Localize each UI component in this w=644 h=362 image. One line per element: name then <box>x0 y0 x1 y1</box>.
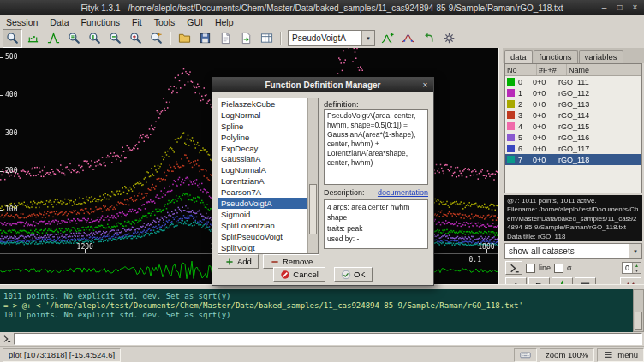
status-zoom[interactable]: zoom 100% <box>540 348 594 362</box>
export-data-button[interactable] <box>236 29 256 48</box>
datasets-filter-value: show all datasets <box>509 246 629 256</box>
column-header-funcs[interactable]: #F+# <box>537 64 567 75</box>
console-scrollbar[interactable] <box>633 289 644 332</box>
menu-data[interactable]: Data <box>44 17 75 27</box>
prompt-icon <box>2 334 12 344</box>
menu-functions[interactable]: Functions <box>75 17 127 27</box>
function-item[interactable]: Polyline <box>218 132 308 143</box>
zoom-all-button[interactable] <box>64 29 84 48</box>
fit-button[interactable] <box>398 29 418 48</box>
dataset-row[interactable]: 30+0rGO_114 <box>505 110 641 121</box>
function-item[interactable]: PielaszekCube <box>218 98 308 110</box>
dataset-name: rGO_118 <box>558 156 641 164</box>
data-range-icon <box>27 32 39 45</box>
menu-help[interactable]: Help <box>209 17 240 27</box>
zoom-previous-button[interactable] <box>146 29 166 48</box>
window-title: Fityk 1.3.1 - /home/aleplo/test/Document… <box>0 3 644 13</box>
function-item[interactable]: Spline <box>218 121 308 132</box>
cancel-icon <box>280 270 290 280</box>
execute-script-button[interactable] <box>216 29 236 48</box>
dataset-no: 3 <box>518 111 533 120</box>
function-list-scrollbar[interactable] <box>307 98 318 253</box>
data-editor-button[interactable] <box>257 29 277 48</box>
dataset-ff: 0+0 <box>533 111 558 120</box>
dialog-titlebar[interactable]: Function Definition Manager × <box>212 78 433 92</box>
peak-draw-icon <box>47 32 60 45</box>
dataset-name: rGO_111 <box>558 78 641 86</box>
spinner-down-button[interactable]: ▼ <box>633 268 641 273</box>
ok-icon <box>341 270 351 280</box>
auto-add-peak-button[interactable] <box>378 29 397 48</box>
settings-button[interactable] <box>439 29 459 48</box>
dataset-ff: 0+0 <box>533 100 558 109</box>
function-item[interactable]: ExpDecay <box>218 143 308 154</box>
add-peak-mode-button[interactable] <box>44 29 63 48</box>
point-size-spinner[interactable]: 0 ▲ ▼ <box>622 262 641 274</box>
column-header-name[interactable]: Name <box>567 64 641 75</box>
tab-variables[interactable]: variables <box>579 50 623 63</box>
cancel-button[interactable]: Cancel <box>273 267 325 282</box>
load-data-button[interactable] <box>175 29 194 48</box>
function-item[interactable]: LorentzianA <box>218 175 308 187</box>
function-item[interactable]: SplitPseudoVoigt <box>218 231 308 242</box>
undo-fit-button[interactable] <box>419 29 438 48</box>
dialog-close-button[interactable]: × <box>420 80 431 91</box>
dataset-row[interactable]: 10+0rGO_112 <box>505 87 641 98</box>
dialog-buttons: Cancel OK <box>212 267 433 282</box>
console-line: =-> @+ < '/home/aleplo/test/Documents/Ch… <box>3 301 629 311</box>
dataset-row[interactable]: 20+0rGO_113 <box>505 98 641 110</box>
dataset-row[interactable]: 00+0rGO_111 <box>505 76 641 87</box>
menu-tools[interactable]: Tools <box>148 17 182 27</box>
menu-fit[interactable]: Fit <box>126 17 148 27</box>
function-item[interactable]: GaussianA <box>218 153 308 164</box>
data-options-button[interactable] <box>505 261 522 275</box>
function-list-scrollbar-thumb[interactable] <box>309 184 317 235</box>
fityk-window: Fityk 1.3.1 - /home/aleplo/test/Document… <box>0 0 644 362</box>
dataset-row[interactable]: 70+0rGO_118 <box>505 154 641 165</box>
datasets-filter-select[interactable]: show all datasets ▼ <box>504 243 642 259</box>
data-range-mode-button[interactable] <box>23 29 43 48</box>
dataset-no: 0 <box>518 78 533 86</box>
tab-functions[interactable]: functions <box>534 50 578 63</box>
status-menu-button[interactable]: menu <box>597 348 644 362</box>
y-tick-label: 500 <box>5 53 17 61</box>
dataset-row[interactable]: 50+0rGO_116 <box>505 132 641 143</box>
line-checkbox[interactable] <box>526 264 535 273</box>
status-plot-range: plot [1073:1818] [-15.4:524.6] <box>3 348 121 362</box>
documentation-link[interactable]: documentation <box>378 188 428 197</box>
command-input[interactable] <box>14 333 642 345</box>
minimize-button[interactable]: – <box>598 2 611 13</box>
close-button[interactable]: × <box>629 2 641 13</box>
dataset-info: @7: 1011 points, 1011 active. Filename: … <box>504 195 642 241</box>
menu-gui[interactable]: GUI <box>181 17 209 27</box>
function-item[interactable]: Sigmoid <box>218 209 308 220</box>
function-type-value: PseudoVoigtA <box>292 33 361 43</box>
tab-data[interactable]: data <box>504 50 533 63</box>
status-menu-label: menu <box>617 350 638 359</box>
zoom-in-button[interactable] <box>126 29 146 48</box>
zoom-horizontal-button[interactable] <box>105 29 125 48</box>
ok-button[interactable]: OK <box>334 267 373 282</box>
console-scrollbar-thumb[interactable] <box>635 312 642 330</box>
function-item[interactable]: LogNormalA <box>218 164 308 175</box>
zoom-vertical-button[interactable] <box>85 29 104 48</box>
dataset-row[interactable]: 40+0rGO_115 <box>505 121 641 132</box>
column-header-no[interactable]: No <box>505 64 537 75</box>
function-item[interactable]: Pearson7A <box>218 187 308 198</box>
save-session-button[interactable] <box>195 29 215 48</box>
prompt-icon <box>508 262 521 275</box>
x-tick-label: 1200 <box>75 243 95 251</box>
maximize-button[interactable]: □ <box>613 2 626 13</box>
select-mode-button[interactable] <box>3 29 22 48</box>
definition-textarea[interactable]: PseudoVoigtA(area, center, hwhm, shape=0… <box>324 109 428 185</box>
function-item[interactable]: LogNormal <box>218 110 308 121</box>
sigma-checkbox[interactable] <box>554 264 564 273</box>
function-item[interactable]: PseudoVoigtA <box>218 198 308 209</box>
function-item[interactable]: SplitVoigt <box>218 242 308 253</box>
function-type-select[interactable]: PseudoVoigtA ▼ <box>288 30 375 46</box>
dataset-row[interactable]: 60+0rGO_117 <box>505 143 641 154</box>
menu-session[interactable]: Session <box>0 17 44 27</box>
dialog-title: Function Definition Manager <box>265 80 381 90</box>
function-item[interactable]: SplitLorentzian <box>218 220 308 231</box>
spinner-arrows: ▲ ▼ <box>632 263 641 273</box>
